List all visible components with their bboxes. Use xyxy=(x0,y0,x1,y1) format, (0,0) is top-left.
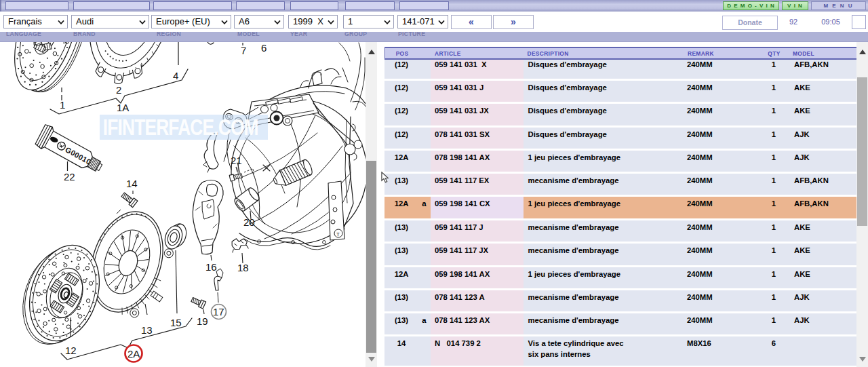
svg-text:2: 2 xyxy=(116,84,121,96)
svg-text:T: T xyxy=(336,231,340,237)
svg-text:21: 21 xyxy=(231,155,242,166)
svg-text:7: 7 xyxy=(241,45,246,56)
svg-text:14: 14 xyxy=(126,178,138,189)
svg-text:20: 20 xyxy=(243,216,255,228)
svg-text:1A: 1A xyxy=(117,102,129,113)
svg-text:22: 22 xyxy=(64,171,75,182)
svg-text:15: 15 xyxy=(170,317,182,328)
svg-text:13: 13 xyxy=(141,324,153,336)
svg-text:2A: 2A xyxy=(127,348,140,360)
svg-text:16: 16 xyxy=(205,261,217,273)
svg-text:17: 17 xyxy=(213,306,224,317)
svg-text:19: 19 xyxy=(197,315,208,327)
svg-text:1: 1 xyxy=(60,99,65,111)
svg-text:4: 4 xyxy=(173,70,178,81)
svg-text:6: 6 xyxy=(261,42,267,54)
svg-text:12: 12 xyxy=(65,345,77,356)
svg-text:18: 18 xyxy=(237,262,249,273)
